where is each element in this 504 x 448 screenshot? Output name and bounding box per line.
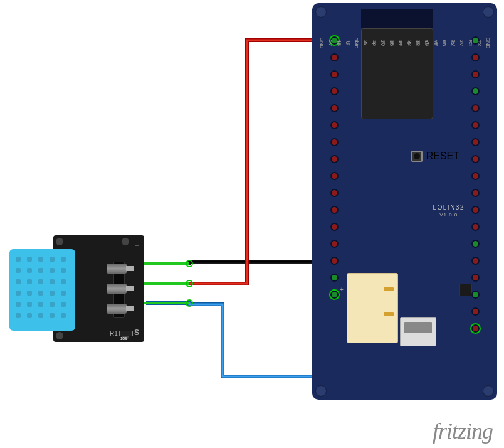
- svg-point-4: [186, 280, 192, 287]
- lolin-pin-19: [471, 155, 480, 163]
- lolin-pin-16: [471, 223, 480, 231]
- lolin-pin-tx: [471, 53, 480, 61]
- lolin-pin-label: 15: [330, 39, 347, 48]
- reset-button-icon: [411, 151, 423, 162]
- lolin-pin-3v: [471, 87, 480, 95]
- lolin-pin-4: [471, 257, 480, 265]
- resistor-value: 103: [120, 336, 127, 341]
- lolin-pin-13: [330, 257, 339, 265]
- lolin-pin-22: [471, 104, 480, 112]
- dht-sensor-module: − S R1 103: [31, 235, 144, 342]
- lolin-pin-12: [330, 240, 339, 248]
- lolin-pin-34: [330, 138, 339, 146]
- wire-red-3v: [146, 40, 332, 284]
- lolin-pin-25: [330, 172, 339, 180]
- svg-point-5: [186, 300, 192, 306]
- board-name: LOLIN32: [433, 204, 465, 211]
- lolin-pin-35: [330, 155, 339, 163]
- lolin-pin-vn: [330, 87, 339, 95]
- dht-pin-minus: [107, 260, 135, 277]
- reset-label: RESET: [426, 151, 459, 162]
- screw-icon: [483, 6, 494, 18]
- dht-pin-signal: [107, 301, 135, 317]
- svg-point-3: [186, 260, 192, 267]
- lolin-pin-en: [330, 53, 339, 61]
- dht-sensor-grid: [16, 257, 69, 323]
- lolin-pin-18: [471, 172, 480, 180]
- lolin-labels-right: GNDTXRX3V2223211918517163V40GND215: [334, 35, 492, 51]
- attribution: fritzing: [433, 418, 493, 444]
- screw-icon: [483, 385, 494, 397]
- lolin-pin-21: [471, 138, 480, 146]
- dht-pin-row: [107, 260, 135, 323]
- lolin-pins-right: [468, 36, 482, 341]
- lolin-pin-32: [330, 104, 339, 112]
- screw-icon: [315, 6, 327, 18]
- lolin-pins-left: [327, 36, 341, 307]
- battery-connector: + −: [347, 273, 398, 343]
- dht-pin-label-minus: −: [134, 240, 139, 250]
- battery-contact-plus: [384, 287, 394, 291]
- lolin-pin-2: [471, 307, 480, 316]
- lolin-pin-3v: [471, 240, 480, 248]
- lolin-pin-gnd: [330, 291, 339, 299]
- board-version: V1.0.0: [433, 212, 465, 218]
- lolin-pin-17: [471, 206, 480, 214]
- lolin-pin-14: [330, 223, 339, 231]
- battery-contact-minus: [384, 312, 394, 316]
- lolin-pin-33: [330, 121, 339, 129]
- usb-port-icon: [400, 317, 436, 346]
- lolin-pin-5v: [330, 274, 339, 282]
- lolin-pin-23: [471, 121, 480, 129]
- lolin-pin-rx: [471, 70, 480, 78]
- screw-icon: [56, 238, 63, 245]
- dht-pin-label-signal: S: [134, 328, 139, 337]
- battery-minus-label: −: [340, 311, 344, 317]
- lolin-pin-27: [330, 206, 339, 214]
- screw-icon: [56, 332, 63, 339]
- dht-pin-vcc: [107, 280, 135, 297]
- lolin-pin-vp: [330, 70, 339, 78]
- lolin-pin-5: [471, 189, 480, 197]
- lolin-pin-26: [330, 189, 339, 197]
- wire-black-gnd: [146, 262, 332, 289]
- board-branding: LOLIN32 V1.0.0: [433, 204, 465, 218]
- reset-button: RESET: [411, 151, 459, 162]
- esp-antenna: [361, 9, 433, 28]
- wiring-diagram: − S R1 103: [0, 0, 504, 448]
- dht-resistor: R1 103: [110, 330, 133, 337]
- lolin-pin-15: [471, 324, 480, 333]
- lolin-pin-label: GND: [313, 39, 330, 48]
- lolin32-board: RESET LOLIN32 V1.0.0 + − 3VENVPVN3233343…: [312, 3, 497, 400]
- dht-sensor-body: [9, 249, 75, 331]
- resistor-label: R1: [110, 330, 118, 337]
- lolin-pin-0: [471, 274, 480, 282]
- screw-icon: [315, 385, 327, 397]
- lolin-pin-gnd: [471, 291, 480, 299]
- screw-icon: [122, 238, 129, 245]
